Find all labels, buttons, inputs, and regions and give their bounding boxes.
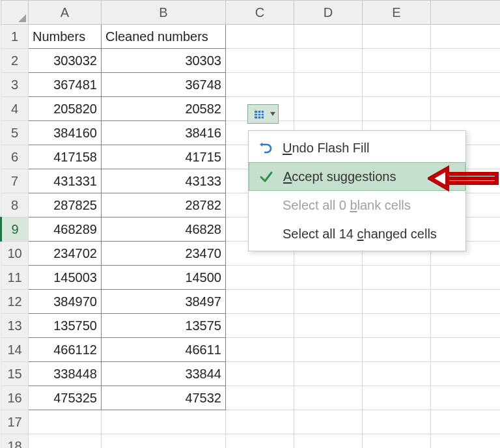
row-header[interactable]: 2 xyxy=(1,49,29,73)
col-header-D[interactable]: D xyxy=(294,1,363,25)
cell[interactable]: 468289 xyxy=(29,217,102,242)
cell[interactable]: 20582 xyxy=(102,97,226,121)
cell[interactable] xyxy=(102,410,226,434)
row-header[interactable]: 15 xyxy=(1,362,29,386)
cell[interactable] xyxy=(363,434,431,449)
row-header[interactable]: 17 xyxy=(1,410,29,434)
cell[interactable] xyxy=(294,25,363,49)
cell[interactable]: 46611 xyxy=(102,338,226,362)
row-header[interactable]: 10 xyxy=(1,242,29,266)
cell[interactable] xyxy=(294,362,363,386)
cell[interactable]: 47532 xyxy=(102,386,226,410)
cell[interactable]: 43133 xyxy=(102,169,226,193)
cell[interactable] xyxy=(294,266,363,290)
cell[interactable]: 234702 xyxy=(29,242,102,266)
cell[interactable] xyxy=(363,314,431,338)
cell[interactable]: 13575 xyxy=(102,314,226,338)
cell[interactable] xyxy=(431,266,501,290)
cell[interactable]: 38497 xyxy=(102,290,226,314)
cell[interactable] xyxy=(431,362,501,386)
cell[interactable] xyxy=(226,410,294,434)
cell[interactable]: 38416 xyxy=(102,121,226,145)
cell[interactable]: 36748 xyxy=(102,73,226,97)
cell[interactable] xyxy=(226,314,294,338)
cell[interactable] xyxy=(294,97,363,121)
cell[interactable] xyxy=(226,73,294,97)
cell[interactable] xyxy=(294,49,363,73)
cell[interactable]: 205820 xyxy=(29,97,102,121)
cell[interactable] xyxy=(294,73,363,97)
flash-fill-smart-tag[interactable] xyxy=(247,104,279,124)
row-header[interactable]: 5 xyxy=(1,121,29,145)
cell[interactable] xyxy=(363,362,431,386)
cell[interactable] xyxy=(29,410,102,434)
cell[interactable] xyxy=(226,25,294,49)
row-header[interactable]: 8 xyxy=(1,193,29,217)
col-header-A[interactable]: A xyxy=(29,1,102,25)
cell[interactable]: 338448 xyxy=(29,362,102,386)
cell[interactable] xyxy=(226,434,294,449)
cell[interactable]: 417158 xyxy=(29,145,102,169)
cell[interactable] xyxy=(102,434,226,449)
row-header[interactable]: 9 xyxy=(1,217,29,242)
cell[interactable] xyxy=(431,338,501,362)
cell[interactable]: 384160 xyxy=(29,121,102,145)
menu-select-changed-cells[interactable]: Select all 14 changed cells xyxy=(249,219,465,248)
row-header[interactable]: 11 xyxy=(1,266,29,290)
cell[interactable] xyxy=(431,314,501,338)
cell[interactable] xyxy=(226,266,294,290)
row-header[interactable]: 1 xyxy=(1,25,29,49)
row-header[interactable]: 18 xyxy=(1,434,29,449)
cell[interactable]: 23470 xyxy=(102,242,226,266)
menu-undo-flash-fill[interactable]: Undo Flash Fill xyxy=(249,133,465,162)
cell[interactable] xyxy=(363,338,431,362)
cell[interactable] xyxy=(226,338,294,362)
cell[interactable] xyxy=(431,410,501,434)
cell[interactable] xyxy=(431,49,501,73)
select-all-corner[interactable] xyxy=(1,1,29,25)
cell[interactable] xyxy=(226,362,294,386)
cell[interactable]: 46828 xyxy=(102,217,226,242)
cell[interactable] xyxy=(29,434,102,449)
cell[interactable] xyxy=(363,49,431,73)
cell[interactable] xyxy=(294,386,363,410)
cell[interactable] xyxy=(363,73,431,97)
cell[interactable] xyxy=(226,386,294,410)
cell[interactable] xyxy=(294,314,363,338)
cell[interactable] xyxy=(363,290,431,314)
cell[interactable]: 466112 xyxy=(29,338,102,362)
cell[interactable] xyxy=(363,25,431,49)
row-header[interactable]: 7 xyxy=(1,169,29,193)
cell[interactable] xyxy=(226,290,294,314)
cell[interactable]: 135750 xyxy=(29,314,102,338)
col-header-F[interactable] xyxy=(431,1,501,25)
row-header[interactable]: 14 xyxy=(1,338,29,362)
cell[interactable]: 303032 xyxy=(29,49,102,73)
cell[interactable]: 431331 xyxy=(29,169,102,193)
row-header[interactable]: 4 xyxy=(1,97,29,121)
cell[interactable] xyxy=(294,290,363,314)
col-header-E[interactable]: E xyxy=(363,1,431,25)
cell[interactable] xyxy=(294,434,363,449)
cell[interactable] xyxy=(294,338,363,362)
cell[interactable]: Numbers xyxy=(29,25,102,49)
row-header[interactable]: 6 xyxy=(1,145,29,169)
cell[interactable]: 30303 xyxy=(102,49,226,73)
cell[interactable] xyxy=(363,266,431,290)
cell[interactable]: 475325 xyxy=(29,386,102,410)
cell[interactable] xyxy=(363,97,431,121)
cell[interactable] xyxy=(363,410,431,434)
cell[interactable] xyxy=(363,386,431,410)
cell[interactable] xyxy=(431,25,501,49)
cell[interactable] xyxy=(294,410,363,434)
cell[interactable]: 33844 xyxy=(102,362,226,386)
row-header[interactable]: 16 xyxy=(1,386,29,410)
cell[interactable]: 367481 xyxy=(29,73,102,97)
cell[interactable]: 384970 xyxy=(29,290,102,314)
cell[interactable] xyxy=(431,290,501,314)
col-header-B[interactable]: B xyxy=(102,1,226,25)
cell[interactable] xyxy=(431,97,501,121)
cell[interactable] xyxy=(226,49,294,73)
cell[interactable]: 145003 xyxy=(29,266,102,290)
cell[interactable] xyxy=(431,434,501,449)
